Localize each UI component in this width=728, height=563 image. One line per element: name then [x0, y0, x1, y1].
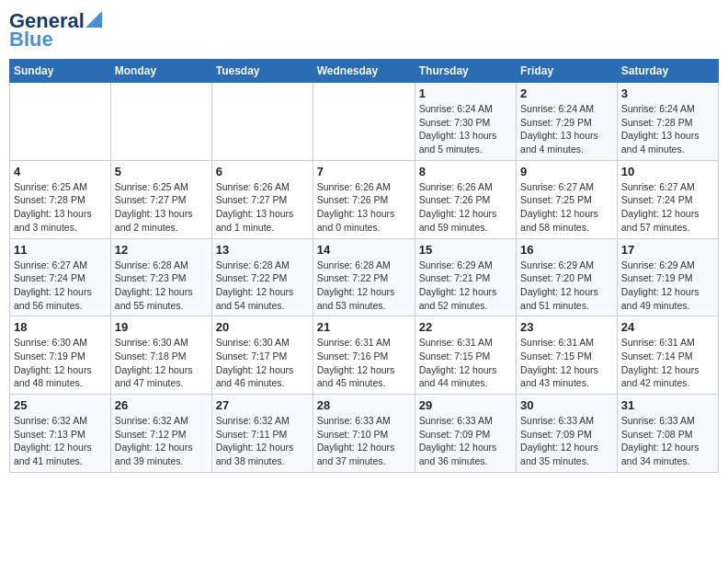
- calendar-day-11: 11Sunrise: 6:27 AM Sunset: 7:24 PM Dayli…: [10, 238, 111, 316]
- calendar-day-10: 10Sunrise: 6:27 AM Sunset: 7:24 PM Dayli…: [617, 160, 718, 238]
- day-info: Sunrise: 6:31 AM Sunset: 7:15 PM Dayligh…: [520, 336, 613, 390]
- calendar-day-7: 7Sunrise: 6:26 AM Sunset: 7:26 PM Daylig…: [313, 160, 415, 238]
- col-header-tuesday: Tuesday: [211, 60, 313, 83]
- day-number: 22: [419, 320, 512, 334]
- col-header-monday: Monday: [110, 60, 211, 83]
- calendar-day-6: 6Sunrise: 6:26 AM Sunset: 7:27 PM Daylig…: [211, 160, 313, 238]
- day-number: 15: [419, 243, 512, 257]
- calendar-week-1: 1Sunrise: 6:24 AM Sunset: 7:30 PM Daylig…: [10, 83, 719, 161]
- calendar-day-23: 23Sunrise: 6:31 AM Sunset: 7:15 PM Dayli…: [517, 316, 618, 395]
- logo: General Blue: [9, 9, 102, 52]
- calendar-day-3: 3Sunrise: 6:24 AM Sunset: 7:28 PM Daylig…: [617, 83, 718, 161]
- day-number: 13: [216, 243, 309, 257]
- calendar-table: SundayMondayTuesdayWednesdayThursdayFrid…: [9, 59, 719, 473]
- calendar-week-5: 25Sunrise: 6:32 AM Sunset: 7:13 PM Dayli…: [10, 395, 719, 473]
- svg-marker-0: [85, 11, 102, 28]
- col-header-sunday: Sunday: [10, 60, 111, 83]
- empty-cell: [313, 83, 415, 161]
- day-number: 1: [419, 86, 512, 100]
- day-number: 6: [216, 165, 309, 178]
- day-info: Sunrise: 6:24 AM Sunset: 7:30 PM Dayligh…: [419, 102, 512, 156]
- day-info: Sunrise: 6:27 AM Sunset: 7:25 PM Dayligh…: [520, 180, 613, 235]
- day-info: Sunrise: 6:27 AM Sunset: 7:24 PM Dayligh…: [14, 259, 107, 313]
- day-info: Sunrise: 6:31 AM Sunset: 7:15 PM Dayligh…: [419, 336, 512, 390]
- calendar-day-14: 14Sunrise: 6:28 AM Sunset: 7:22 PM Dayli…: [313, 238, 415, 316]
- day-info: Sunrise: 6:32 AM Sunset: 7:13 PM Dayligh…: [14, 414, 107, 468]
- day-info: Sunrise: 6:33 AM Sunset: 7:08 PM Dayligh…: [621, 414, 714, 468]
- day-number: 17: [621, 243, 714, 257]
- logo-blue-text: Blue: [9, 28, 53, 52]
- calendar-day-28: 28Sunrise: 6:33 AM Sunset: 7:10 PM Dayli…: [313, 395, 415, 473]
- day-number: 24: [621, 320, 714, 334]
- page-header: General Blue: [9, 9, 719, 52]
- calendar-day-26: 26Sunrise: 6:32 AM Sunset: 7:12 PM Dayli…: [110, 395, 211, 473]
- calendar-week-4: 18Sunrise: 6:30 AM Sunset: 7:19 PM Dayli…: [10, 316, 719, 395]
- calendar-week-3: 11Sunrise: 6:27 AM Sunset: 7:24 PM Dayli…: [10, 238, 719, 316]
- col-header-thursday: Thursday: [415, 60, 516, 83]
- day-number: 14: [317, 243, 411, 257]
- day-number: 5: [115, 165, 208, 178]
- day-info: Sunrise: 6:29 AM Sunset: 7:19 PM Dayligh…: [621, 259, 714, 313]
- day-number: 2: [520, 86, 613, 100]
- day-info: Sunrise: 6:31 AM Sunset: 7:14 PM Dayligh…: [621, 336, 714, 390]
- day-info: Sunrise: 6:24 AM Sunset: 7:28 PM Dayligh…: [621, 102, 714, 156]
- calendar-day-25: 25Sunrise: 6:32 AM Sunset: 7:13 PM Dayli…: [10, 395, 111, 473]
- calendar-day-17: 17Sunrise: 6:29 AM Sunset: 7:19 PM Dayli…: [617, 238, 718, 316]
- calendar-day-16: 16Sunrise: 6:29 AM Sunset: 7:20 PM Dayli…: [517, 238, 618, 316]
- empty-cell: [10, 83, 111, 161]
- day-number: 7: [317, 165, 411, 178]
- day-info: Sunrise: 6:33 AM Sunset: 7:09 PM Dayligh…: [419, 414, 512, 468]
- day-number: 11: [14, 243, 107, 257]
- day-info: Sunrise: 6:32 AM Sunset: 7:11 PM Dayligh…: [216, 414, 309, 468]
- calendar-day-5: 5Sunrise: 6:25 AM Sunset: 7:27 PM Daylig…: [110, 160, 211, 238]
- day-info: Sunrise: 6:33 AM Sunset: 7:10 PM Dayligh…: [317, 414, 411, 468]
- day-number: 9: [520, 165, 613, 178]
- day-number: 28: [317, 398, 411, 412]
- calendar-week-2: 4Sunrise: 6:25 AM Sunset: 7:28 PM Daylig…: [10, 160, 719, 238]
- day-number: 19: [115, 320, 208, 334]
- day-info: Sunrise: 6:25 AM Sunset: 7:27 PM Dayligh…: [115, 180, 208, 235]
- day-info: Sunrise: 6:30 AM Sunset: 7:17 PM Dayligh…: [216, 336, 309, 390]
- day-info: Sunrise: 6:28 AM Sunset: 7:22 PM Dayligh…: [216, 259, 309, 313]
- day-info: Sunrise: 6:24 AM Sunset: 7:29 PM Dayligh…: [520, 102, 613, 156]
- empty-cell: [211, 83, 313, 161]
- calendar-day-1: 1Sunrise: 6:24 AM Sunset: 7:30 PM Daylig…: [415, 83, 516, 161]
- day-number: 26: [115, 398, 208, 412]
- calendar-day-20: 20Sunrise: 6:30 AM Sunset: 7:17 PM Dayli…: [211, 316, 313, 395]
- day-number: 8: [419, 165, 512, 178]
- calendar-day-15: 15Sunrise: 6:29 AM Sunset: 7:21 PM Dayli…: [415, 238, 516, 316]
- day-info: Sunrise: 6:26 AM Sunset: 7:27 PM Dayligh…: [216, 180, 309, 235]
- calendar-day-21: 21Sunrise: 6:31 AM Sunset: 7:16 PM Dayli…: [313, 316, 415, 395]
- day-number: 10: [621, 165, 714, 178]
- col-header-wednesday: Wednesday: [313, 60, 415, 83]
- calendar-day-13: 13Sunrise: 6:28 AM Sunset: 7:22 PM Dayli…: [211, 238, 313, 316]
- day-info: Sunrise: 6:27 AM Sunset: 7:24 PM Dayligh…: [621, 180, 714, 235]
- day-info: Sunrise: 6:29 AM Sunset: 7:21 PM Dayligh…: [419, 259, 512, 313]
- calendar-day-4: 4Sunrise: 6:25 AM Sunset: 7:28 PM Daylig…: [10, 160, 111, 238]
- day-info: Sunrise: 6:25 AM Sunset: 7:28 PM Dayligh…: [14, 180, 107, 235]
- day-number: 31: [621, 398, 714, 412]
- day-number: 30: [520, 398, 613, 412]
- day-info: Sunrise: 6:30 AM Sunset: 7:18 PM Dayligh…: [115, 336, 208, 390]
- calendar-day-9: 9Sunrise: 6:27 AM Sunset: 7:25 PM Daylig…: [517, 160, 618, 238]
- calendar-day-22: 22Sunrise: 6:31 AM Sunset: 7:15 PM Dayli…: [415, 316, 516, 395]
- day-number: 29: [419, 398, 512, 412]
- day-info: Sunrise: 6:28 AM Sunset: 7:23 PM Dayligh…: [115, 259, 208, 313]
- day-number: 27: [216, 398, 309, 412]
- calendar-day-18: 18Sunrise: 6:30 AM Sunset: 7:19 PM Dayli…: [10, 316, 111, 395]
- calendar-day-24: 24Sunrise: 6:31 AM Sunset: 7:14 PM Dayli…: [617, 316, 718, 395]
- day-info: Sunrise: 6:26 AM Sunset: 7:26 PM Dayligh…: [317, 180, 411, 235]
- calendar-day-27: 27Sunrise: 6:32 AM Sunset: 7:11 PM Dayli…: [211, 395, 313, 473]
- day-number: 20: [216, 320, 309, 334]
- day-info: Sunrise: 6:33 AM Sunset: 7:09 PM Dayligh…: [520, 414, 613, 468]
- calendar-day-2: 2Sunrise: 6:24 AM Sunset: 7:29 PM Daylig…: [517, 83, 618, 161]
- day-info: Sunrise: 6:29 AM Sunset: 7:20 PM Dayligh…: [520, 259, 613, 313]
- day-info: Sunrise: 6:28 AM Sunset: 7:22 PM Dayligh…: [317, 259, 411, 313]
- day-number: 25: [14, 398, 107, 412]
- day-number: 12: [115, 243, 208, 257]
- day-info: Sunrise: 6:31 AM Sunset: 7:16 PM Dayligh…: [317, 336, 411, 390]
- empty-cell: [110, 83, 211, 161]
- day-number: 16: [520, 243, 613, 257]
- day-number: 18: [14, 320, 107, 334]
- calendar-day-19: 19Sunrise: 6:30 AM Sunset: 7:18 PM Dayli…: [110, 316, 211, 395]
